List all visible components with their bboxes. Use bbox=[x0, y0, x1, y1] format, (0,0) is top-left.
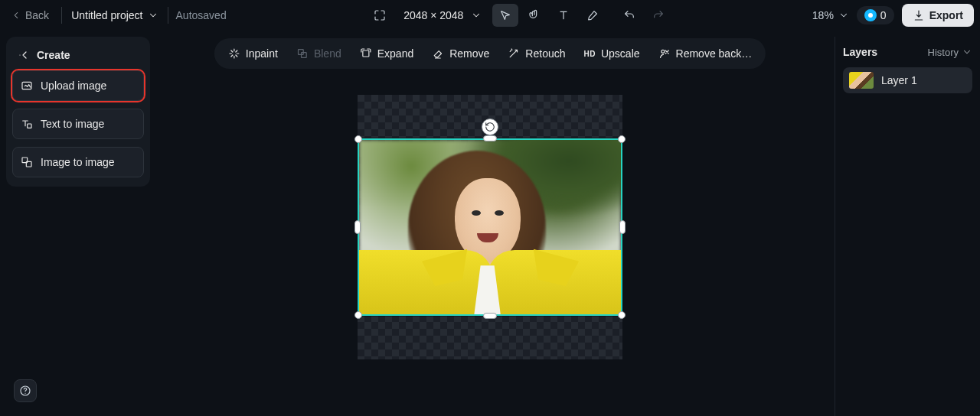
upscale-button[interactable]: HD Upscale bbox=[577, 43, 648, 64]
image-to-image-button[interactable]: Image to image bbox=[12, 147, 144, 177]
hd-icon: HD bbox=[584, 50, 596, 58]
remove-label: Remove bbox=[449, 47, 489, 60]
download-icon bbox=[913, 9, 925, 21]
image-to-image-icon bbox=[21, 156, 33, 168]
upload-image-icon bbox=[21, 80, 33, 92]
chevron-down-icon bbox=[148, 10, 158, 21]
inpaint-button[interactable]: Inpaint bbox=[220, 43, 286, 64]
expand-button[interactable]: Expand bbox=[352, 43, 421, 64]
resize-handle-mb[interactable] bbox=[483, 313, 497, 319]
project-title-dropdown[interactable]: Untitled project bbox=[70, 8, 159, 23]
remove-bg-label: Remove back… bbox=[676, 47, 753, 60]
layer-image bbox=[359, 140, 621, 314]
hand-icon bbox=[528, 9, 541, 21]
resize-handle-mr[interactable] bbox=[619, 220, 626, 234]
zoom-dropdown[interactable]: 18% bbox=[812, 9, 849, 21]
sparkle-icon bbox=[228, 47, 240, 60]
resize-handle-ml[interactable] bbox=[354, 220, 361, 234]
cursor-icon bbox=[499, 9, 511, 21]
resize-handle-mt[interactable] bbox=[483, 135, 497, 141]
separator bbox=[61, 7, 62, 24]
help-button[interactable] bbox=[14, 379, 37, 402]
resize-handle-bl[interactable] bbox=[354, 311, 362, 319]
undo-button[interactable] bbox=[616, 4, 642, 27]
undo-icon bbox=[623, 9, 635, 21]
layers-panel: Layers History Layer 1 bbox=[835, 37, 980, 416]
autosaved-status: Autosaved bbox=[176, 9, 227, 21]
text-tool[interactable] bbox=[550, 4, 577, 27]
back-button[interactable]: Back bbox=[6, 6, 54, 24]
create-panel: Create Upload image Text to image Image … bbox=[6, 37, 150, 187]
pan-tool[interactable] bbox=[521, 4, 547, 27]
layer-name: Layer 1 bbox=[881, 74, 917, 86]
brush-tool[interactable] bbox=[580, 4, 606, 27]
expand-label: Expand bbox=[377, 47, 413, 60]
action-bar: Inpaint Blend Expand Remove Retouch HD U… bbox=[214, 38, 766, 69]
blend-label: Blend bbox=[314, 47, 341, 60]
fit-canvas-button[interactable] bbox=[367, 4, 393, 27]
redo-button[interactable] bbox=[645, 4, 671, 27]
chevron-down-icon bbox=[838, 10, 849, 21]
select-tool[interactable] bbox=[492, 4, 518, 27]
inpaint-label: Inpaint bbox=[246, 47, 278, 60]
export-label: Export bbox=[929, 9, 963, 21]
text-icon bbox=[557, 9, 570, 21]
help-icon bbox=[19, 385, 31, 397]
canvas[interactable] bbox=[358, 95, 622, 359]
upload-image-label: Upload image bbox=[41, 80, 106, 92]
layers-title: Layers bbox=[843, 46, 877, 58]
expand-icon bbox=[360, 47, 372, 60]
canvas-size-dropdown[interactable]: 2048 × 2048 bbox=[403, 9, 482, 21]
rotate-handle[interactable] bbox=[482, 119, 498, 135]
selected-layer[interactable] bbox=[358, 138, 622, 316]
svg-rect-5 bbox=[302, 53, 307, 58]
upload-image-button[interactable]: Upload image bbox=[12, 70, 144, 101]
credits-value: 0 bbox=[880, 9, 887, 21]
back-label: Back bbox=[25, 9, 49, 21]
retouch-label: Retouch bbox=[525, 47, 565, 60]
brush-icon bbox=[586, 9, 599, 21]
eraser-icon bbox=[432, 47, 444, 60]
text-to-image-button[interactable]: Text to image bbox=[12, 109, 144, 139]
wand-icon bbox=[508, 47, 520, 60]
resize-handle-br[interactable] bbox=[618, 311, 626, 319]
layer-thumbnail bbox=[849, 72, 874, 89]
svg-point-7 bbox=[662, 50, 665, 53]
resize-handle-tl[interactable] bbox=[354, 135, 362, 143]
history-label: History bbox=[928, 47, 959, 58]
image-to-image-label: Image to image bbox=[41, 156, 115, 168]
back-arrow-icon bbox=[18, 49, 31, 61]
credit-icon bbox=[864, 9, 877, 21]
project-title-text: Untitled project bbox=[71, 9, 142, 21]
text-to-image-icon bbox=[21, 118, 33, 130]
rotate-icon bbox=[485, 122, 495, 132]
resize-handle-tr[interactable] bbox=[618, 135, 626, 143]
svg-rect-4 bbox=[299, 50, 304, 55]
frame-icon bbox=[374, 9, 386, 21]
retouch-button[interactable]: Retouch bbox=[500, 43, 573, 64]
create-header-label: Create bbox=[37, 49, 70, 61]
upscale-label: Upscale bbox=[601, 47, 640, 60]
chevron-left-icon bbox=[11, 10, 21, 21]
chevron-down-icon bbox=[471, 10, 482, 21]
remove-button[interactable]: Remove bbox=[424, 43, 497, 64]
remove-background-button[interactable]: Remove back… bbox=[651, 43, 760, 64]
credits-button[interactable]: 0 bbox=[857, 6, 894, 24]
svg-rect-1 bbox=[28, 124, 31, 128]
svg-rect-6 bbox=[363, 50, 369, 57]
redo-icon bbox=[652, 9, 665, 21]
history-dropdown[interactable]: History bbox=[928, 47, 972, 58]
blend-icon bbox=[296, 47, 309, 60]
remove-bg-icon bbox=[658, 47, 671, 60]
blend-button: Blend bbox=[289, 43, 349, 64]
export-button[interactable]: Export bbox=[902, 4, 974, 27]
canvas-size-text: 2048 × 2048 bbox=[403, 9, 463, 21]
separator bbox=[168, 7, 168, 24]
layer-item[interactable]: Layer 1 bbox=[843, 67, 972, 93]
chevron-down-icon bbox=[962, 47, 972, 57]
text-to-image-label: Text to image bbox=[41, 118, 104, 130]
zoom-value: 18% bbox=[812, 9, 834, 21]
